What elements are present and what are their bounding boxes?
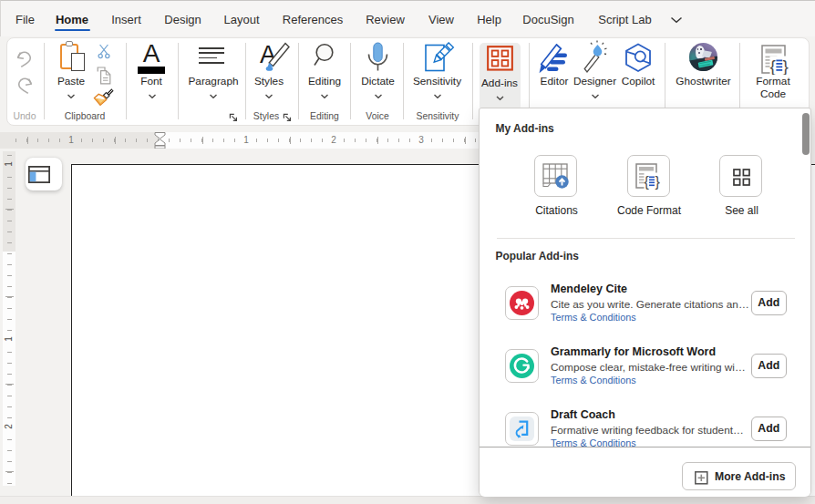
svg-text:{: { (645, 174, 650, 190)
svg-text:}: } (655, 174, 661, 190)
